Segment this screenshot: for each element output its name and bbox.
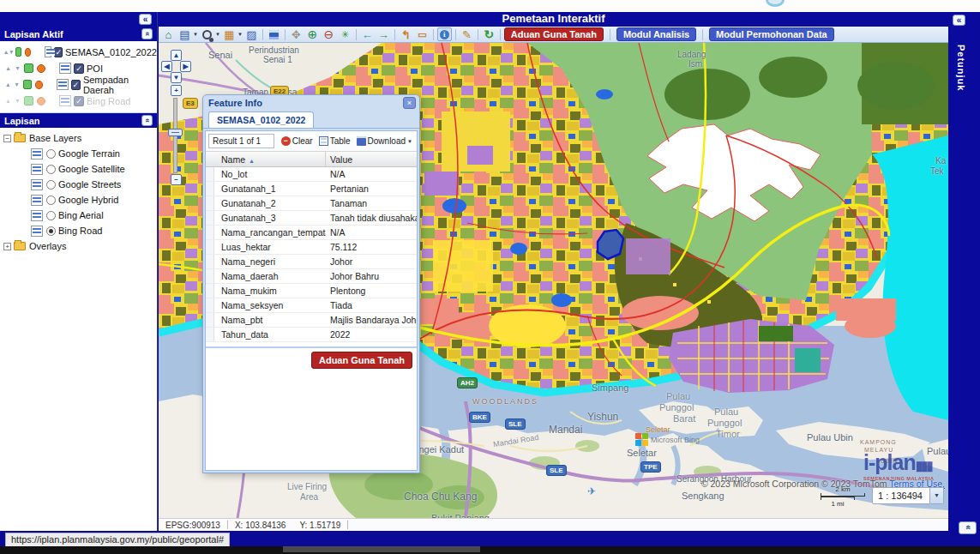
- toolbar-button-modul-analisis[interactable]: Modul Analisis: [616, 27, 696, 41]
- previous-extent-icon[interactable]: [360, 27, 375, 41]
- table-button[interactable]: Table: [317, 135, 352, 147]
- feature-info-titlebar[interactable]: Feature Info ×: [203, 95, 419, 110]
- base-layer-row[interactable]: Bing Road: [0, 223, 157, 238]
- select-area-icon[interactable]: [415, 27, 430, 41]
- map-viewport[interactable]: SenaiPerindustrianSenai 1Taman SelesaLad…: [159, 43, 948, 518]
- overview-icon[interactable]: [244, 27, 259, 41]
- pan-right-button[interactable]: ▶: [180, 61, 191, 72]
- zoom-box-out-icon[interactable]: [322, 27, 336, 41]
- layer-legend-icon[interactable]: [59, 95, 71, 106]
- layout-tools-caret-icon[interactable]: ▼: [237, 32, 243, 37]
- layer-checkbox[interactable]: [74, 96, 84, 106]
- layers-collapse-icon[interactable]: [141, 115, 153, 126]
- tree-node-overlays[interactable]: + Overlays: [0, 238, 157, 254]
- base-layer-row[interactable]: Google Hybrid: [0, 192, 157, 208]
- move-up-icon[interactable]: ▴: [3, 97, 13, 105]
- pan-down-button[interactable]: ▼: [171, 72, 182, 83]
- zoom-in-button[interactable]: +: [171, 85, 182, 96]
- layer-legend-icon: [31, 195, 43, 206]
- remove-layer-icon[interactable]: [25, 48, 30, 57]
- chevron-down-icon[interactable]: ▼: [929, 488, 943, 503]
- zoom-tools-icon[interactable]: [200, 27, 214, 41]
- collapse-node-icon[interactable]: −: [3, 135, 11, 142]
- zoom-extent-icon[interactable]: [338, 27, 352, 41]
- toolbar-button-aduan-guna-tanah[interactable]: Aduan Guna Tanah: [504, 27, 604, 41]
- base-layer-row[interactable]: Google Streets: [0, 177, 157, 192]
- move-down-icon[interactable]: ▾: [13, 64, 22, 72]
- basemap-caret-icon[interactable]: ▼: [193, 32, 198, 37]
- active-layer-row[interactable]: ▴▾SEMASA_0102_2022: [0, 44, 157, 60]
- column-header-value[interactable]: Value: [326, 152, 417, 166]
- base-layer-radio[interactable]: [46, 196, 56, 205]
- next-extent-icon[interactable]: [376, 27, 391, 41]
- zoom-out-button[interactable]: −: [171, 174, 182, 185]
- map-panel: Pemetaan Interaktif ▼▼▼ Aduan Guna Tanah…: [159, 12, 948, 531]
- expand-node-icon[interactable]: +: [3, 243, 11, 250]
- layer-legend-icon[interactable]: [57, 79, 68, 90]
- legend-panel-collapsed: « Petunjuk: [948, 12, 980, 531]
- layout-tools-icon[interactable]: [222, 27, 237, 41]
- save-icon[interactable]: [267, 27, 281, 41]
- move-down-icon[interactable]: ▾: [13, 97, 22, 105]
- opacity-icon[interactable]: [24, 63, 33, 73]
- legend-expand-icon[interactable]: «: [953, 15, 965, 26]
- pan-up-button[interactable]: ▲: [171, 50, 182, 61]
- opacity-icon[interactable]: [24, 96, 33, 105]
- basemap-icon[interactable]: [177, 27, 192, 41]
- feature-info-tabstrip: SEMASA_0102_2022: [203, 110, 419, 129]
- layer-legend-icon: [31, 226, 43, 237]
- close-icon[interactable]: ×: [403, 97, 416, 109]
- base-layer-radio[interactable]: [46, 149, 56, 159]
- base-layer-radio[interactable]: [46, 211, 56, 220]
- remove-layer-icon[interactable]: [35, 81, 43, 89]
- active-layer-row[interactable]: ▴▾Bing Road: [0, 93, 157, 109]
- history-icon[interactable]: [399, 27, 413, 41]
- remove-layer-icon[interactable]: [37, 64, 45, 73]
- base-layer-row[interactable]: Bing Aerial: [0, 208, 157, 223]
- remove-layer-icon[interactable]: [37, 97, 45, 105]
- opacity-icon[interactable]: [23, 80, 32, 89]
- attribute-value-cell: Tanaman: [326, 198, 417, 208]
- sidebar-collapse-icon[interactable]: «: [139, 14, 152, 25]
- base-layer-row[interactable]: Google Terrain: [0, 146, 157, 161]
- download-button[interactable]: Download▼: [355, 135, 414, 147]
- opacity-icon[interactable]: [15, 47, 21, 57]
- pan-left-button[interactable]: ◀: [161, 61, 172, 72]
- column-header-name[interactable]: Name: [206, 152, 326, 166]
- tree-node-base-layers[interactable]: − Base Layers: [0, 130, 157, 146]
- legend-tab[interactable]: Petunjuk: [956, 45, 966, 91]
- attribute-value-cell: 2022: [326, 329, 417, 340]
- base-layer-row[interactable]: Google Satellite: [0, 161, 157, 177]
- clear-button[interactable]: Clear: [280, 135, 315, 147]
- active-layers-collapse-icon[interactable]: [141, 28, 153, 39]
- toolbar-button-modul-permohonan-data[interactable]: Modul Permohonan Data: [709, 27, 834, 41]
- home-icon[interactable]: [161, 27, 176, 41]
- attribute-name-cell: Gunatanah_3: [214, 213, 326, 223]
- layer-legend-icon[interactable]: [59, 63, 71, 74]
- attribute-value-cell: Tiada: [326, 300, 417, 310]
- tab-semasa-0102-2022[interactable]: SEMASA_0102_2022: [208, 111, 314, 128]
- layer-legend-icon[interactable]: [45, 46, 52, 57]
- feature-info-icon[interactable]: [437, 27, 452, 41]
- scale-select[interactable]: 1 : 136494 ▼: [872, 487, 944, 504]
- base-layer-radio[interactable]: [46, 165, 56, 174]
- move-down-icon[interactable]: ▾: [9, 48, 14, 56]
- base-layer-radio[interactable]: [46, 226, 56, 236]
- layer-checkbox[interactable]: [71, 80, 81, 90]
- footer-expand-button[interactable]: [959, 521, 977, 534]
- refresh-icon[interactable]: [482, 27, 496, 41]
- layer-checkbox[interactable]: [74, 63, 84, 74]
- active-layer-row[interactable]: ▴▾Sempadan Daerah: [0, 76, 157, 93]
- zoom-slider-knob[interactable]: [168, 129, 183, 136]
- zoom-box-in-icon[interactable]: [305, 27, 320, 41]
- pan-icon[interactable]: [289, 27, 304, 41]
- edit-map-icon[interactable]: [460, 27, 474, 41]
- zoom-tools-caret-icon[interactable]: ▼: [215, 32, 220, 37]
- move-up-icon[interactable]: ▴: [3, 64, 13, 72]
- base-layer-radio[interactable]: [46, 180, 56, 190]
- row-numberer: [206, 226, 214, 239]
- move-down-icon[interactable]: ▾: [12, 81, 21, 88]
- layer-checkbox[interactable]: [54, 47, 63, 57]
- aduan-guna-tanah-button[interactable]: Aduan Guna Tanah: [311, 352, 412, 369]
- move-up-icon[interactable]: ▴: [3, 81, 12, 88]
